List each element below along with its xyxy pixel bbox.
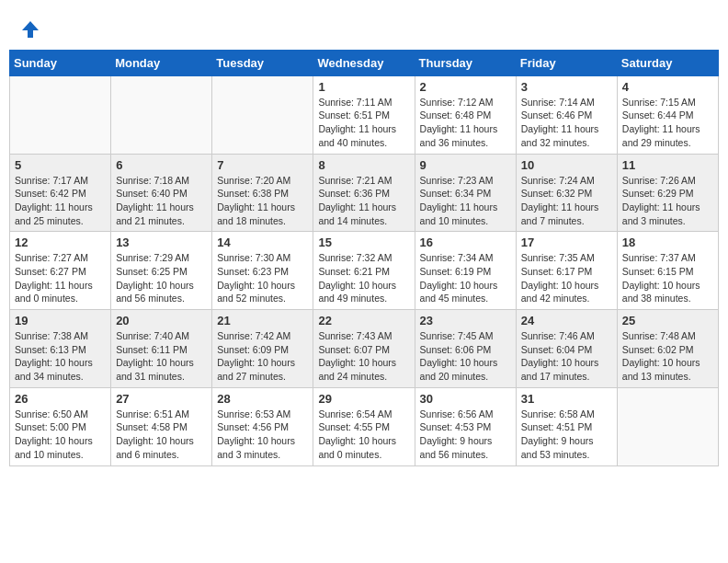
logo-icon bbox=[20, 19, 40, 40]
calendar-cell: 13Sunrise: 7:29 AMSunset: 6:25 PMDayligh… bbox=[111, 232, 212, 310]
day-number: 16 bbox=[420, 236, 511, 249]
day-info: Sunrise: 7:29 AMSunset: 6:25 PMDaylight:… bbox=[116, 251, 207, 305]
day-number: 9 bbox=[420, 158, 511, 172]
day-number: 7 bbox=[217, 158, 308, 172]
day-number: 17 bbox=[521, 236, 612, 249]
weekday-header-friday: Friday bbox=[516, 50, 617, 75]
calendar-header-row: SundayMondayTuesdayWednesdayThursdayFrid… bbox=[10, 50, 719, 75]
day-info: Sunrise: 7:15 AMSunset: 6:44 PMDaylight:… bbox=[622, 96, 713, 150]
calendar-cell: 4Sunrise: 7:15 AMSunset: 6:44 PMDaylight… bbox=[617, 75, 718, 154]
day-number: 31 bbox=[521, 392, 612, 406]
day-info: Sunrise: 7:35 AMSunset: 6:17 PMDaylight:… bbox=[521, 251, 612, 305]
day-info: Sunrise: 6:51 AMSunset: 4:58 PMDaylight:… bbox=[116, 408, 207, 462]
day-number: 27 bbox=[116, 392, 207, 406]
day-info: Sunrise: 7:14 AMSunset: 6:46 PMDaylight:… bbox=[521, 96, 612, 150]
day-info: Sunrise: 7:34 AMSunset: 6:19 PMDaylight:… bbox=[420, 251, 511, 305]
day-info: Sunrise: 7:27 AMSunset: 6:27 PMDaylight:… bbox=[15, 251, 106, 305]
weekday-header-monday: Monday bbox=[111, 50, 212, 75]
day-number: 2 bbox=[420, 80, 511, 94]
day-info: Sunrise: 7:21 AMSunset: 6:36 PMDaylight:… bbox=[318, 174, 409, 228]
day-info: Sunrise: 6:53 AMSunset: 4:56 PMDaylight:… bbox=[217, 408, 308, 462]
calendar-cell: 27Sunrise: 6:51 AMSunset: 4:58 PMDayligh… bbox=[111, 387, 212, 465]
day-info: Sunrise: 7:48 AMSunset: 6:02 PMDaylight:… bbox=[622, 329, 713, 384]
day-number: 13 bbox=[116, 236, 207, 249]
calendar-cell bbox=[617, 387, 718, 465]
calendar-cell: 17Sunrise: 7:35 AMSunset: 6:17 PMDayligh… bbox=[516, 232, 617, 310]
day-number: 19 bbox=[15, 314, 106, 327]
day-number: 30 bbox=[420, 392, 511, 406]
calendar-cell: 25Sunrise: 7:48 AMSunset: 6:02 PMDayligh… bbox=[617, 310, 718, 388]
day-number: 20 bbox=[116, 314, 207, 327]
day-number: 8 bbox=[318, 158, 409, 172]
calendar-cell: 12Sunrise: 7:27 AMSunset: 6:27 PMDayligh… bbox=[10, 232, 111, 310]
weekday-header-tuesday: Tuesday bbox=[212, 50, 313, 75]
calendar-cell: 8Sunrise: 7:21 AMSunset: 6:36 PMDaylight… bbox=[313, 154, 415, 232]
calendar-cell: 18Sunrise: 7:37 AMSunset: 6:15 PMDayligh… bbox=[617, 232, 718, 310]
day-number: 25 bbox=[622, 314, 713, 327]
calendar-week-row: 5Sunrise: 7:17 AMSunset: 6:42 PMDaylight… bbox=[10, 154, 719, 232]
day-number: 3 bbox=[521, 80, 612, 94]
day-info: Sunrise: 6:50 AMSunset: 5:00 PMDaylight:… bbox=[15, 408, 106, 462]
svg-marker-0 bbox=[22, 21, 39, 38]
calendar-cell: 3Sunrise: 7:14 AMSunset: 6:46 PMDaylight… bbox=[516, 75, 617, 154]
calendar-cell bbox=[10, 75, 111, 154]
calendar-cell: 16Sunrise: 7:34 AMSunset: 6:19 PMDayligh… bbox=[415, 232, 516, 310]
day-info: Sunrise: 7:32 AMSunset: 6:21 PMDaylight:… bbox=[318, 251, 409, 305]
day-number: 12 bbox=[15, 236, 106, 249]
day-info: Sunrise: 6:54 AMSunset: 4:55 PMDaylight:… bbox=[318, 408, 409, 462]
day-number: 6 bbox=[116, 158, 207, 172]
day-info: Sunrise: 7:43 AMSunset: 6:07 PMDaylight:… bbox=[318, 329, 409, 384]
weekday-header-sunday: Sunday bbox=[10, 50, 111, 75]
day-number: 24 bbox=[521, 314, 612, 327]
weekday-header-thursday: Thursday bbox=[415, 50, 516, 75]
weekday-header-wednesday: Wednesday bbox=[313, 50, 415, 75]
calendar-cell bbox=[111, 75, 212, 154]
calendar-cell: 15Sunrise: 7:32 AMSunset: 6:21 PMDayligh… bbox=[313, 232, 415, 310]
calendar-cell: 9Sunrise: 7:23 AMSunset: 6:34 PMDaylight… bbox=[415, 154, 516, 232]
calendar-cell bbox=[212, 75, 313, 154]
calendar-cell: 31Sunrise: 6:58 AMSunset: 4:51 PMDayligh… bbox=[516, 387, 617, 465]
day-info: Sunrise: 7:45 AMSunset: 6:06 PMDaylight:… bbox=[420, 329, 511, 384]
day-info: Sunrise: 7:46 AMSunset: 6:04 PMDaylight:… bbox=[521, 329, 612, 384]
day-info: Sunrise: 7:12 AMSunset: 6:48 PMDaylight:… bbox=[420, 96, 511, 150]
weekday-header-saturday: Saturday bbox=[617, 50, 718, 75]
day-info: Sunrise: 7:24 AMSunset: 6:32 PMDaylight:… bbox=[521, 174, 612, 228]
day-number: 5 bbox=[15, 158, 106, 172]
calendar-cell: 29Sunrise: 6:54 AMSunset: 4:55 PMDayligh… bbox=[313, 387, 415, 465]
day-number: 28 bbox=[217, 392, 308, 406]
calendar-week-row: 12Sunrise: 7:27 AMSunset: 6:27 PMDayligh… bbox=[10, 232, 719, 310]
day-number: 18 bbox=[622, 236, 713, 249]
day-info: Sunrise: 7:40 AMSunset: 6:11 PMDaylight:… bbox=[116, 329, 207, 384]
calendar-cell: 6Sunrise: 7:18 AMSunset: 6:40 PMDaylight… bbox=[111, 154, 212, 232]
day-number: 23 bbox=[420, 314, 511, 327]
day-number: 22 bbox=[318, 314, 409, 327]
day-info: Sunrise: 7:26 AMSunset: 6:29 PMDaylight:… bbox=[622, 174, 713, 228]
day-info: Sunrise: 7:18 AMSunset: 6:40 PMDaylight:… bbox=[116, 174, 207, 228]
calendar-cell: 21Sunrise: 7:42 AMSunset: 6:09 PMDayligh… bbox=[212, 310, 313, 388]
day-info: Sunrise: 7:42 AMSunset: 6:09 PMDaylight:… bbox=[217, 329, 308, 384]
calendar-cell: 1Sunrise: 7:11 AMSunset: 6:51 PMDaylight… bbox=[313, 75, 415, 154]
calendar-cell: 14Sunrise: 7:30 AMSunset: 6:23 PMDayligh… bbox=[212, 232, 313, 310]
day-number: 29 bbox=[318, 392, 409, 406]
calendar-cell: 2Sunrise: 7:12 AMSunset: 6:48 PMDaylight… bbox=[415, 75, 516, 154]
day-number: 14 bbox=[217, 236, 308, 249]
day-info: Sunrise: 7:30 AMSunset: 6:23 PMDaylight:… bbox=[217, 251, 308, 305]
day-info: Sunrise: 6:58 AMSunset: 4:51 PMDaylight:… bbox=[521, 408, 612, 462]
calendar-cell: 22Sunrise: 7:43 AMSunset: 6:07 PMDayligh… bbox=[313, 310, 415, 388]
day-info: Sunrise: 7:23 AMSunset: 6:34 PMDaylight:… bbox=[420, 174, 511, 228]
calendar-cell: 11Sunrise: 7:26 AMSunset: 6:29 PMDayligh… bbox=[617, 154, 718, 232]
calendar-cell: 5Sunrise: 7:17 AMSunset: 6:42 PMDaylight… bbox=[10, 154, 111, 232]
day-number: 10 bbox=[521, 158, 612, 172]
calendar-cell: 24Sunrise: 7:46 AMSunset: 6:04 PMDayligh… bbox=[516, 310, 617, 388]
calendar-week-row: 1Sunrise: 7:11 AMSunset: 6:51 PMDaylight… bbox=[10, 75, 719, 154]
calendar-table: SundayMondayTuesdayWednesdayThursdayFrid… bbox=[9, 50, 719, 466]
day-info: Sunrise: 7:20 AMSunset: 6:38 PMDaylight:… bbox=[217, 174, 308, 228]
day-info: Sunrise: 7:37 AMSunset: 6:15 PMDaylight:… bbox=[622, 251, 713, 305]
day-number: 26 bbox=[15, 392, 106, 406]
day-info: Sunrise: 7:38 AMSunset: 6:13 PMDaylight:… bbox=[15, 329, 106, 384]
day-info: Sunrise: 7:17 AMSunset: 6:42 PMDaylight:… bbox=[15, 174, 106, 228]
calendar-cell: 30Sunrise: 6:56 AMSunset: 4:53 PMDayligh… bbox=[415, 387, 516, 465]
day-number: 11 bbox=[622, 158, 713, 172]
day-info: Sunrise: 6:56 AMSunset: 4:53 PMDaylight:… bbox=[420, 408, 511, 462]
calendar-cell: 23Sunrise: 7:45 AMSunset: 6:06 PMDayligh… bbox=[415, 310, 516, 388]
